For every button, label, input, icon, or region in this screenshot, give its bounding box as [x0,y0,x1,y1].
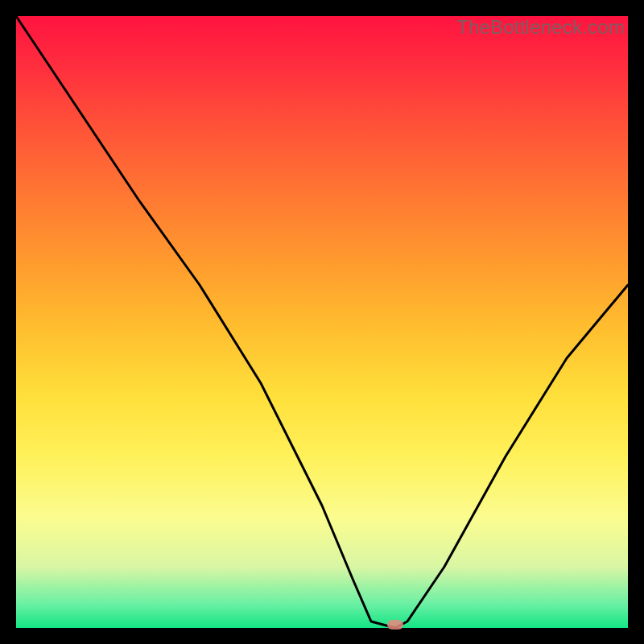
bottleneck-curve [16,16,628,628]
chart-frame: TheBottleneck.com [0,0,644,644]
min-marker [387,620,403,630]
